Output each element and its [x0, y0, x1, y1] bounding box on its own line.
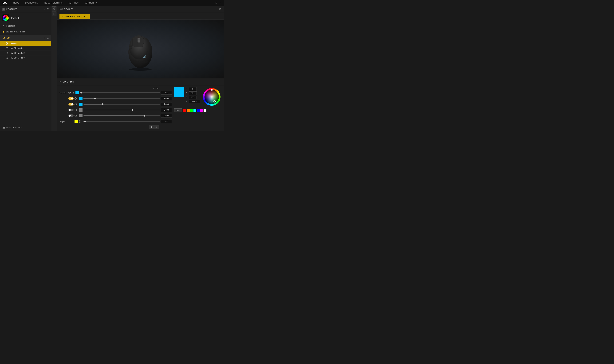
sidebar: PROFILES + ☰: [0, 6, 51, 131]
dpi-sliders-area: XY DPI Default ▶: [59, 87, 172, 129]
profile-icon: [2, 14, 9, 21]
dpi-row-3-radio[interactable]: [75, 109, 77, 111]
swatch-green[interactable]: [190, 109, 193, 112]
dpi-toggle-3[interactable]: [68, 109, 74, 111]
dpi-row-1-color[interactable]: [79, 97, 82, 100]
dpi-radio-hw3[interactable]: [6, 57, 8, 59]
svg-point-36: [129, 68, 152, 71]
color-r-input[interactable]: 0: [189, 87, 197, 91]
color-preview[interactable]: [174, 87, 184, 97]
sidebar-performance[interactable]: PERFORMANCE: [0, 124, 51, 131]
dpi-config-header: ✎ DPI Default: [57, 78, 224, 85]
dpi-sniper-color[interactable]: [75, 120, 78, 123]
mouse-preview: ⚓: [57, 20, 224, 78]
minimize-button[interactable]: ─: [211, 1, 214, 4]
nav-settings[interactable]: SETTINGS: [65, 0, 81, 6]
dpi-row-2-color[interactable]: [79, 103, 82, 106]
dpi-row-2-slider[interactable]: [83, 104, 160, 104]
profiles-add-button[interactable]: +: [44, 8, 45, 11]
actions-label: ACTIONS: [6, 25, 15, 27]
main-layout: PROFILES + ☰: [0, 6, 224, 131]
dpi-row-0-value[interactable]: [161, 91, 172, 95]
color-wheel[interactable]: [202, 87, 221, 106]
color-g-input[interactable]: 191: [189, 91, 197, 95]
dpi-row-2-value[interactable]: [161, 102, 172, 106]
mouse-image-container: ⚓: [115, 25, 166, 73]
delete-button[interactable]: [52, 12, 56, 16]
dpi-sniper-value[interactable]: [161, 119, 172, 123]
dpi-item-default[interactable]: Default: [0, 41, 51, 46]
nav-home[interactable]: HOME: [10, 0, 22, 6]
color-b-input[interactable]: 255: [189, 96, 197, 99]
devices-grid-button[interactable]: ⊞: [219, 8, 221, 11]
dpi-section-header[interactable]: DPI + ☰: [0, 35, 51, 41]
svg-point-34: [131, 60, 139, 63]
sidebar-actions[interactable]: A ACTIONS: [0, 23, 51, 29]
color-hex-input[interactable]: [189, 100, 200, 103]
dpi-row-0-play[interactable]: ▶: [73, 92, 75, 94]
swatch-cyan[interactable]: [194, 109, 196, 112]
dpi-toggle-1[interactable]: [68, 97, 74, 100]
dpi-row-3-slider[interactable]: [83, 110, 160, 110]
nav-community[interactable]: COMMUNITY: [81, 0, 100, 6]
devices-title: DEVICES: [64, 8, 219, 10]
dpi-row-3-color[interactable]: [79, 108, 82, 112]
color-wheel-svg: [202, 87, 221, 106]
dpi-row-3-value[interactable]: [161, 108, 172, 112]
swatch-orange[interactable]: [187, 109, 190, 112]
dpi-row-2-radio[interactable]: [75, 103, 77, 105]
swatch-blue[interactable]: [197, 109, 200, 112]
color-b-label: B: [186, 96, 188, 98]
basic-button[interactable]: Basic: [174, 108, 182, 112]
dpi-row-4-radio[interactable]: [75, 115, 77, 117]
dpi-row-4-value[interactable]: [161, 114, 172, 118]
dpi-row-0-slider[interactable]: [80, 92, 160, 93]
dpi-add-button[interactable]: +: [44, 37, 45, 39]
dpi-radio-hw1[interactable]: [6, 47, 8, 49]
dpi-radio-hw2[interactable]: [6, 52, 8, 54]
dpi-row-1-radio[interactable]: [75, 97, 77, 100]
nav-instant-lighting[interactable]: INSTANT LIGHTING: [41, 0, 65, 6]
right-content: DEVICES ⊞ HARPOON RGB WIRELES...: [57, 6, 224, 131]
dpi-default-button[interactable]: Default: [149, 125, 159, 129]
profiles-menu-button[interactable]: ☰: [47, 8, 49, 11]
dpi-menu-button[interactable]: ☰: [47, 37, 49, 39]
dpi-sniper-slider[interactable]: [83, 121, 160, 122]
device-tab-harpoon[interactable]: HARPOON RGB WIRELES...: [59, 14, 90, 19]
color-r-row: R 0: [186, 87, 200, 91]
swatch-magenta[interactable]: [200, 109, 203, 112]
dpi-toggle-4[interactable]: [68, 115, 74, 117]
edit-icon: ✎: [59, 80, 61, 83]
dpi-sniper-radio[interactable]: [79, 120, 81, 123]
dpi-row-1-slider[interactable]: [83, 98, 160, 99]
dpi-toggle-2[interactable]: [68, 103, 74, 105]
dpi-row-4: [59, 113, 172, 118]
profile-item[interactable]: Profile 4: [0, 13, 51, 23]
dpi-row-0: Default ▶: [59, 90, 172, 95]
dpi-radio-default[interactable]: [6, 42, 8, 45]
color-b-row: B 255: [186, 96, 200, 99]
dpi-row-0-color[interactable]: [76, 91, 79, 94]
swatch-white[interactable]: [204, 109, 207, 112]
dpi-row-1-value[interactable]: [161, 97, 172, 100]
dpi-item-hw2[interactable]: HW DPI Mode 2: [0, 51, 51, 55]
sidebar-lighting-effects[interactable]: ⚡ LIGHTING EFFECTS: [0, 29, 51, 35]
color-g-row: G 191: [186, 91, 200, 95]
dpi-item-hw1[interactable]: HW DPI Mode 1: [0, 46, 51, 51]
profiles-header: PROFILES + ☰: [0, 6, 51, 13]
dpi-row-4-color[interactable]: [79, 114, 82, 117]
dpi-row-4-slider[interactable]: [83, 116, 160, 116]
svg-rect-3: [4, 9, 4, 10]
color-hex-row: #: [186, 100, 200, 103]
performance-icon: [2, 126, 5, 129]
main-nav: HOME DASHBOARD INSTANT LIGHTING SETTINGS…: [10, 0, 211, 6]
nav-dashboard[interactable]: DASHBOARD: [22, 0, 41, 6]
close-button[interactable]: ✕: [219, 1, 222, 4]
dpi-item-hw3[interactable]: HW DPI Mode 3: [0, 55, 51, 60]
dpi-row-0-radio[interactable]: [68, 91, 71, 94]
copy-button[interactable]: [52, 6, 56, 11]
swatch-red[interactable]: [183, 109, 186, 112]
dpi-config-title: DPI Default: [63, 80, 74, 83]
devices-header: DEVICES ⊞: [57, 6, 224, 13]
maximize-button[interactable]: □: [215, 1, 218, 4]
